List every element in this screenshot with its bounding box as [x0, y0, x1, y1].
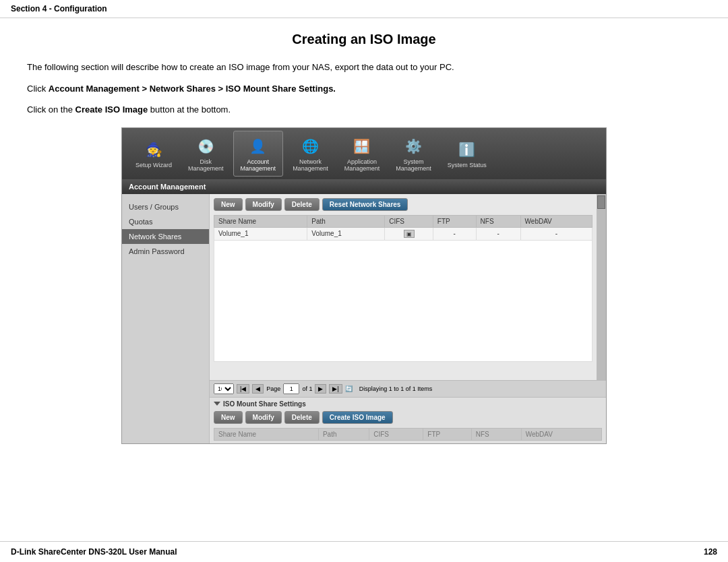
- nav-network-label: NetworkManagement: [293, 158, 328, 172]
- cell-ftp: -: [433, 227, 476, 240]
- col-share-name: Share Name: [214, 215, 307, 227]
- first-page-button[interactable]: |◀: [237, 384, 249, 394]
- instruction2-bold: Create ISO Image: [75, 104, 148, 115]
- nav-application-management[interactable]: 🪟 ApplicationManagement: [338, 131, 387, 177]
- main-content: Creating an ISO Image The following sect…: [0, 18, 728, 495]
- content-scroll-area: New Modify Delete Reset Network Shares S…: [210, 194, 606, 380]
- page-title: Creating an ISO Image: [27, 32, 701, 47]
- network-shares-toolbar: New Modify Delete Reset Network Shares: [214, 198, 593, 211]
- cell-webdav: -: [520, 227, 592, 240]
- sidebar: Users / Groups Quotas Network Shares Adm…: [122, 194, 210, 443]
- page-label: Page: [266, 385, 280, 392]
- prev-page-button[interactable]: ◀: [252, 384, 264, 394]
- screenshot: 🧙 Setup Wizard 💿 DiskManagement 👤 Accoun…: [121, 127, 607, 444]
- per-page-select[interactable]: 10 25 50: [214, 383, 234, 394]
- panel-body: Users / Groups Quotas Network Shares Adm…: [122, 194, 606, 443]
- modify-button[interactable]: Modify: [245, 198, 282, 211]
- cell-path: Volume_1: [307, 227, 385, 240]
- footer-bar: D-Link ShareCenter DNS-320L User Manual …: [0, 541, 728, 562]
- nav-setup-wizard[interactable]: 🧙 Setup Wizard: [129, 131, 179, 177]
- pagination-bar: 10 25 50 |◀ ◀ Page of 1 ▶ ▶| 🔄 Displayin…: [210, 380, 606, 397]
- create-iso-image-button[interactable]: Create ISO Image: [322, 411, 393, 424]
- sidebar-item-users-groups[interactable]: Users / Groups: [122, 199, 209, 214]
- system-status-icon: ℹ️: [456, 139, 478, 160]
- instruction1-bold: Account Management > Network Shares > IS…: [49, 84, 336, 94]
- page-input[interactable]: [283, 383, 299, 394]
- description-text: The following section will describe how …: [27, 61, 701, 74]
- cell-nfs: -: [476, 227, 520, 240]
- iso-col-share-name: Share Name: [214, 428, 319, 440]
- cell-cifs: ▣: [385, 227, 433, 240]
- scrollbar[interactable]: [597, 194, 606, 380]
- iso-section-title: ISO Mount Share Settings: [223, 400, 306, 408]
- col-ftp: FTP: [433, 215, 476, 227]
- refresh-icon[interactable]: 🔄: [345, 385, 353, 392]
- instruction2-prefix: Click on the: [27, 104, 75, 115]
- content-wrapper: New Modify Delete Reset Network Shares S…: [210, 194, 606, 443]
- nav-system-management[interactable]: ⚙️ SystemManagement: [389, 131, 438, 177]
- nav-application-label: ApplicationManagement: [344, 158, 380, 172]
- iso-delete-button[interactable]: Delete: [284, 411, 320, 424]
- table-row[interactable]: Volume_1 Volume_1 ▣ - - -: [214, 227, 593, 240]
- nav-network-management[interactable]: 🌐 NetworkManagement: [286, 131, 335, 177]
- iso-table: Share Name Path CIFS FTP NFS WebDAV: [214, 428, 602, 441]
- next-page-button[interactable]: ▶: [315, 384, 326, 394]
- instruction2: Click on the Create ISO Image button at …: [27, 103, 701, 117]
- iso-col-ftp: FTP: [423, 428, 471, 440]
- of-label: of 1: [302, 385, 312, 392]
- col-cifs: CIFS: [385, 215, 433, 227]
- cell-share-name: Volume_1: [214, 227, 307, 240]
- sidebar-item-admin-password[interactable]: Admin Password: [122, 244, 209, 259]
- instruction2-suffix: button at the bottom.: [148, 104, 231, 115]
- section-header: Section 4 - Configuration: [0, 0, 728, 18]
- sidebar-item-network-shares[interactable]: Network Shares: [122, 229, 209, 244]
- iso-section-header: ISO Mount Share Settings: [214, 400, 602, 408]
- content-area: New Modify Delete Reset Network Shares S…: [210, 194, 597, 380]
- reset-network-shares-button[interactable]: Reset Network Shares: [322, 198, 408, 211]
- iso-new-button[interactable]: New: [214, 411, 243, 424]
- col-nfs: NFS: [476, 215, 520, 227]
- sidebar-item-quotas[interactable]: Quotas: [122, 214, 209, 229]
- pagination-status: Displaying 1 to 1 of 1 Items: [359, 385, 433, 392]
- footer-left: D-Link ShareCenter DNS-320L User Manual: [11, 547, 177, 557]
- network-management-icon: 🌐: [299, 135, 321, 157]
- table-empty-space: [214, 241, 593, 362]
- setup-wizard-icon: 🧙: [143, 139, 164, 160]
- panel: Account Management Users / Groups Quotas…: [122, 179, 606, 443]
- instruction1-prefix: Click: [27, 84, 49, 94]
- footer-right: 128: [704, 547, 717, 557]
- nav-system-label: SystemManagement: [396, 158, 431, 172]
- instruction1: Click Account Management > Network Share…: [27, 82, 701, 96]
- nav-system-status[interactable]: ℹ️ System Status: [441, 131, 493, 177]
- col-path: Path: [307, 215, 385, 227]
- disk-management-icon: 💿: [195, 135, 216, 157]
- iso-col-webdav: WebDAV: [521, 428, 601, 440]
- nav-account-management[interactable]: 👤 AccountManagement: [233, 131, 284, 177]
- last-page-button[interactable]: ▶|: [329, 384, 342, 394]
- col-webdav: WebDAV: [520, 215, 592, 227]
- collapse-icon[interactable]: [214, 402, 220, 406]
- nav-setup-wizard-label: Setup Wizard: [135, 162, 172, 168]
- iso-modify-button[interactable]: Modify: [245, 411, 282, 424]
- nav-account-label: AccountManagement: [241, 158, 276, 172]
- nav-disk-management[interactable]: 💿 DiskManagement: [181, 131, 231, 177]
- account-management-icon: 👤: [247, 135, 269, 157]
- iso-col-cifs: CIFS: [369, 428, 423, 440]
- nav-disk-label: DiskManagement: [188, 158, 224, 172]
- iso-col-nfs: NFS: [471, 428, 521, 440]
- nav-bar: 🧙 Setup Wizard 💿 DiskManagement 👤 Accoun…: [122, 128, 606, 179]
- system-management-icon: ⚙️: [402, 135, 424, 157]
- network-shares-table: Share Name Path CIFS FTP NFS WebDAV: [214, 215, 593, 241]
- delete-button[interactable]: Delete: [284, 198, 320, 211]
- scrollbar-thumb[interactable]: [597, 195, 605, 209]
- application-management-icon: 🪟: [351, 135, 373, 157]
- iso-toolbar: New Modify Delete Create ISO Image: [214, 411, 602, 424]
- iso-col-path: Path: [318, 428, 369, 440]
- new-button[interactable]: New: [214, 198, 243, 211]
- iso-section: ISO Mount Share Settings New Modify Dele…: [210, 397, 606, 443]
- panel-header: Account Management: [122, 179, 606, 194]
- nav-system-status-label: System Status: [448, 162, 487, 168]
- cifs-icon: ▣: [404, 230, 415, 238]
